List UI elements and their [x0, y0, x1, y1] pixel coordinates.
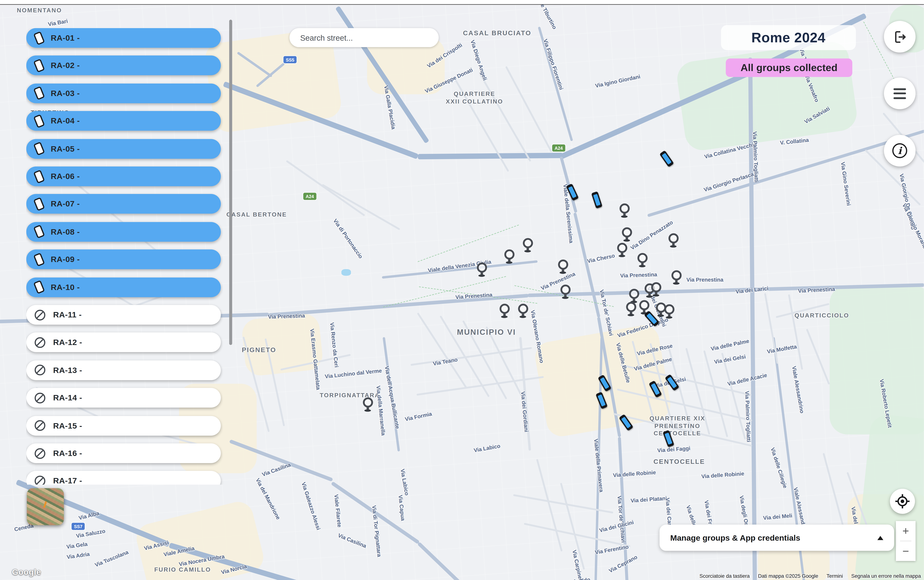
attribution-item[interactable]: Segnala un errore nella mappa [851, 573, 921, 579]
logout-button[interactable] [884, 21, 916, 53]
pin-marker[interactable] [617, 243, 627, 257]
street-label: Via Gino Severini [840, 161, 852, 206]
group-pill-ra-14[interactable]: RA-14 - [26, 388, 221, 408]
attribution-item[interactable]: Scorciatoie da tastiera [700, 573, 749, 579]
district-label: PIGNETO [242, 346, 276, 354]
pin-marker[interactable] [558, 260, 568, 274]
slash-icon [35, 310, 46, 320]
zoom-out-button[interactable]: − [896, 541, 916, 561]
group-pill-label: RA-02 - [51, 61, 80, 70]
zoom-control: + − [896, 521, 916, 561]
street-label: Via Prenestina [540, 271, 576, 291]
sidebar-scrollbar[interactable] [229, 20, 232, 345]
group-pill-ra-07[interactable]: RA-07 - [26, 194, 221, 214]
street-label: Via dei Gordiani [520, 391, 529, 432]
group-pill-ra-08[interactable]: RA-08 - [26, 222, 221, 242]
group-pill-ra-03[interactable]: RA-03 - [26, 83, 221, 103]
group-pill-label: RA-13 - [53, 366, 82, 375]
pin-marker[interactable] [664, 304, 674, 319]
street-label: Via dei Faggi [657, 445, 690, 453]
street-label: Via Prenestina [620, 272, 657, 279]
group-pill-ra-15[interactable]: RA-15 - [26, 416, 221, 435]
pin-marker[interactable] [499, 303, 509, 318]
info-button[interactable]: i [884, 135, 916, 166]
group-pill-label: RA-04 - [51, 117, 80, 125]
street-label: Forte Tiburtino [535, 5, 558, 30]
caret-up-icon [877, 536, 883, 540]
street-label: Via di Portonaccio [332, 218, 364, 260]
group-pill-ra-09[interactable]: RA-09 - [26, 250, 221, 269]
pin-marker[interactable] [504, 249, 514, 264]
phone-marker[interactable] [659, 150, 674, 167]
group-pill-ra-02[interactable]: RA-02 - [26, 56, 221, 76]
pin-ring [672, 270, 682, 280]
group-pill-ra-12[interactable]: RA-12 - [26, 333, 221, 353]
water-area [341, 269, 351, 276]
phone-icon [33, 86, 45, 101]
district-label: QUARTIERE XIX PRENESTINO CENTOCELLE [650, 415, 705, 437]
pin-marker[interactable] [363, 397, 372, 412]
pin-marker[interactable] [560, 285, 570, 299]
group-pill-ra-13[interactable]: RA-13 - [26, 360, 221, 380]
phone-marker[interactable] [591, 191, 603, 209]
group-pill-ra-06[interactable]: RA-06 - [26, 166, 221, 186]
street-label: Via Galeazzo Alessi [300, 481, 321, 531]
status-badge-label: All groups collected [741, 62, 837, 74]
pin-base [670, 245, 677, 248]
group-pill-label: RA-01 - [51, 33, 80, 42]
pin-marker[interactable] [637, 253, 647, 267]
group-pill-ra-11[interactable]: RA-11 - [26, 305, 221, 325]
pin-base [364, 409, 371, 412]
pin-marker[interactable] [651, 282, 660, 297]
pin-base [478, 275, 485, 277]
search-input[interactable] [299, 33, 427, 43]
street-label: Via dei Platani [631, 495, 667, 504]
pin-base [623, 239, 630, 242]
road-segment [788, 294, 803, 370]
pin-marker[interactable] [629, 289, 639, 303]
group-pill-ra-01[interactable]: RA-01 - [26, 28, 221, 48]
street-label: Via Teano [433, 357, 458, 367]
pin-marker[interactable] [622, 227, 631, 242]
phone-icon [33, 114, 45, 128]
group-pill-label: RA-11 - [53, 310, 82, 319]
manage-groups-dropdown[interactable]: Manage groups & App credentials [659, 525, 894, 551]
app-root: NOMENTANOTIBURTINOCASAL BERTONECASAL BRU… [0, 0, 924, 580]
district-label: CENTOCELLE [653, 458, 705, 466]
group-pill-ra-17[interactable]: RA-17 - [26, 471, 221, 484]
pin-ring [669, 233, 679, 243]
pin-marker[interactable] [523, 238, 532, 252]
pin-ring [518, 303, 528, 314]
route-badge: SS7 [72, 523, 85, 530]
slash-icon [35, 337, 46, 348]
pin-marker[interactable] [626, 302, 636, 316]
page-title: Rome 2024 [751, 30, 825, 46]
street-label: Via delle Robinie [701, 471, 744, 479]
group-pill-ra-16[interactable]: RA-16 - [26, 443, 221, 463]
pin-marker[interactable] [619, 203, 629, 218]
street-label: Via Gela [66, 541, 88, 550]
phone-icon [33, 252, 45, 267]
pin-marker[interactable] [477, 263, 486, 277]
pin-marker[interactable] [656, 303, 665, 317]
status-badge: All groups collected [726, 59, 852, 77]
pin-base [506, 261, 512, 264]
pin-marker[interactable] [518, 303, 528, 318]
pin-marker[interactable] [669, 233, 678, 248]
street-label: Via del Mandrione [255, 477, 282, 521]
menu-button[interactable] [884, 77, 916, 109]
satellite-thumbnail[interactable] [27, 488, 64, 525]
group-pill-label: RA-15 - [53, 421, 82, 430]
locate-button[interactable] [890, 489, 915, 514]
pin-ring [499, 303, 509, 314]
road-segment [410, 347, 532, 366]
attribution-item[interactable]: Termini [827, 573, 843, 579]
street-label: Via Giorgio Morandi [901, 203, 924, 251]
street-label: Via dei Gelsi [714, 354, 746, 365]
pin-marker[interactable] [672, 270, 681, 285]
zoom-in-button[interactable]: + [896, 521, 916, 541]
group-pill-ra-04[interactable]: RA-04 - [26, 111, 221, 131]
group-pill-ra-05[interactable]: RA-05 - [26, 139, 221, 158]
attribution-item: Dati mappa ©2025 Google [758, 573, 818, 579]
group-pill-ra-10[interactable]: RA-10 - [26, 277, 221, 297]
